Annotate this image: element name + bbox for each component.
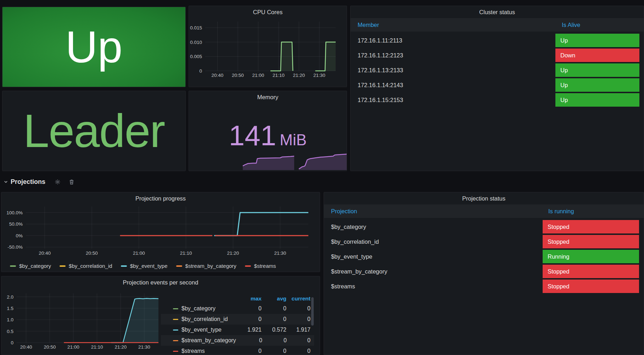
projection-progress-panel: Projection progress 100.0%50.0%0%-50.0%2… [1,192,320,272]
column-header-is-alive[interactable]: Is Alive [555,22,639,28]
legend-current-value: 0 [286,316,314,322]
column-header-projection[interactable]: Projection [324,208,543,215]
legend-avg-value: 0 [262,316,286,322]
legend-series-name: $by_event_type [181,327,222,333]
member-cell: 172.16.1.14:2143 [351,82,555,89]
panel-title-cluster-status[interactable]: Cluster status [351,6,644,18]
projection-cell: $by_correlation_id [324,238,543,245]
svg-text:21:10: 21:10 [273,73,285,78]
svg-text:21:10: 21:10 [180,250,192,256]
projection-cell: $streams [324,283,543,290]
legend-series-name: $by_correlation_id [181,316,228,322]
status-badge: Stopped [543,280,639,293]
projection-progress-chart[interactable]: 100.0%50.0%0%-50.0%20:4020:5021:0021:102… [1,203,320,266]
legend-avg-value: 0 [262,337,287,344]
table-row: 172.16.1.13:2133 Up [351,63,644,77]
table-row: $stream_by_category Stopped [324,265,644,278]
memory-value-number: 141 [229,120,276,151]
column-header-is-running[interactable]: Is running [543,208,639,215]
table-row: 172.16.1.12:2123 Down [351,49,644,62]
legend-table-header: max avg current [161,294,314,303]
svg-text:21:30: 21:30 [138,344,150,350]
svg-text:21:00: 21:00 [133,250,145,256]
panel-title-projection-progress[interactable]: Projection progress [1,192,320,204]
leader-stat-value: Leader [23,108,164,154]
series-color-dash [176,265,182,267]
legend-current-value: 0 [286,348,314,354]
cpu-cores-chart[interactable]: 0.0150.0100.005020:4020:5021:0021:1021:2… [189,17,347,85]
status-badge: Up [555,34,639,47]
member-cell: 172.16.1.11:2113 [351,37,555,44]
legend-item[interactable]: $stream_by_category [176,263,236,269]
panel-title-cpu-cores[interactable]: CPU Cores [189,6,347,18]
projections-row-title[interactable]: Projections [11,178,45,186]
table-row: $by_category Stopped [324,220,644,233]
svg-text:1.5: 1.5 [7,306,13,311]
projection-events-panel: Projection events per second 2.01.51.00.… [1,276,320,355]
svg-text:20:50: 20:50 [44,344,56,350]
legend-item[interactable]: $by_correlation_id [60,263,112,269]
legend-series-name: $streams [181,348,205,354]
svg-text:0.010: 0.010 [190,40,202,45]
legend-table-row[interactable]: $by_event_type 1.921 0.572 1.917 [161,325,314,335]
cluster-table-header: Member Is Alive [351,18,644,32]
legend-table: max avg current $by_category 0 0 0 $by_c… [161,294,314,355]
svg-text:0.5: 0.5 [7,329,13,334]
status-badge: Stopped [543,220,639,233]
table-row: 172.16.1.15:2153 Up [351,93,644,107]
projection-events-chart[interactable]: 2.01.51.00.5020:4020:5021:0021:1021:2021… [1,290,168,355]
status-badge: Stopped [543,265,639,278]
svg-text:21:20: 21:20 [293,73,305,78]
member-cell: 172.16.1.15:2153 [351,97,555,103]
trash-icon[interactable] [69,179,74,185]
column-header-member[interactable]: Member [351,22,555,28]
legend-max-value: 0 [235,305,262,312]
status-table-header: Projection Is running [324,204,644,218]
svg-text:0: 0 [199,68,202,74]
table-row: $by_event_type Running [324,250,644,263]
series-color-dash [173,351,178,352]
status-badge: Up [555,93,639,107]
member-cell: 172.16.1.13:2133 [351,67,555,74]
legend-table-row[interactable]: $by_category 0 0 0 [161,303,314,314]
svg-text:100.0%: 100.0% [6,210,23,215]
svg-text:20:40: 20:40 [39,250,51,256]
legend-item[interactable]: $streams [245,263,276,269]
status-badge: Down [555,49,639,62]
projection-status-panel: Projection status Projection Is running … [324,192,644,355]
panel-title-projection-status[interactable]: Projection status [324,192,644,204]
memory-sparkline [189,150,347,171]
series-color-dash [245,265,251,267]
svg-text:0%: 0% [16,233,23,238]
legend-col-avg[interactable]: avg [262,295,286,302]
series-color-dash [121,265,127,267]
status-badge: Running [543,250,639,263]
legend-avg-value: 0.572 [262,327,286,333]
legend-current-value: 0 [287,337,314,344]
legend-col-max[interactable]: max [235,295,262,302]
panel-title-memory[interactable]: Memory [189,91,347,103]
legend-current-value: 1.917 [286,327,314,333]
table-row: 172.16.1.14:2143 Up [351,78,644,92]
status-badge: Up [555,78,639,92]
svg-text:-50.0%: -50.0% [7,244,23,250]
legend-item[interactable]: $by_event_type [121,263,168,269]
status-badge: Stopped [543,235,639,248]
legend-scrollbar[interactable] [311,297,314,326]
legend-item[interactable]: $by_category [10,263,51,269]
chevron-down-icon[interactable] [4,180,8,184]
cpu-cores-panel: CPU Cores 0.0150.0100.005020:4020:5021:0… [189,6,347,87]
gear-icon[interactable] [55,179,61,185]
panel-title-projection-events[interactable]: Projection events per second [1,276,320,288]
legend-table-row[interactable]: $streams 0 0 0 [161,346,314,355]
legend-table-row[interactable]: $stream_by_category 0 0 0 [161,335,314,346]
legend-col-current[interactable]: current [286,295,314,302]
legend-avg-value: 0 [262,348,286,354]
legend-label: $stream_by_category [185,263,236,269]
projection-cell: $by_event_type [324,253,543,260]
svg-text:20:40: 20:40 [212,73,224,78]
legend-max-value: 1.921 [235,327,262,333]
series-color-dash [173,319,178,320]
legend-table-row[interactable]: $by_correlation_id 0 0 0 [161,314,314,325]
legend-current-value: 0 [286,305,314,312]
